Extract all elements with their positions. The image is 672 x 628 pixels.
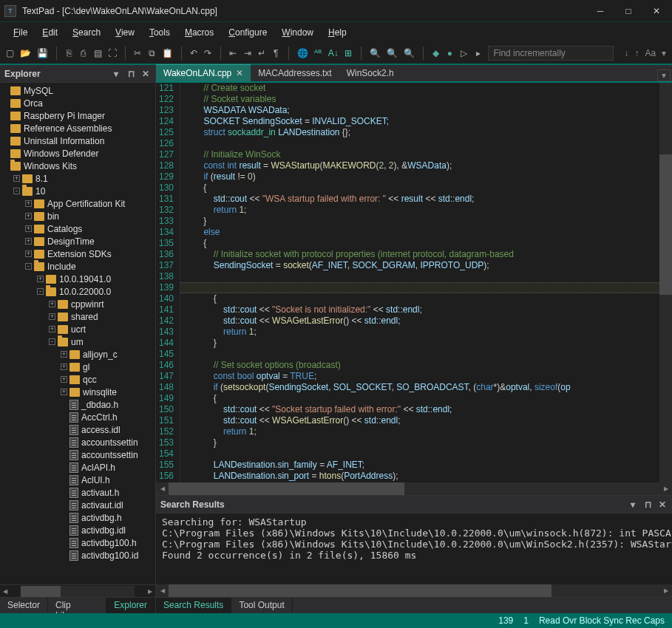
menu-help[interactable]: Help (322, 24, 353, 41)
folder-item[interactable]: +winsqlite (0, 386, 155, 398)
folder-item[interactable]: -10 (0, 185, 155, 197)
stop-icon[interactable]: ▸ (474, 47, 482, 59)
scroll-thumb[interactable] (659, 154, 672, 294)
file-item[interactable]: access.idl (0, 423, 155, 436)
explorer-tree[interactable]: MySQLOrcaRaspberry Pi ImagerReference As… (0, 83, 155, 584)
find-next-icon[interactable]: 🔍 (387, 47, 398, 59)
new-file-icon[interactable]: ▢ (6, 47, 14, 59)
play-icon[interactable]: ▷ (460, 47, 468, 59)
paragraph-icon[interactable]: ¶ (272, 47, 280, 59)
folder-item[interactable]: Raspberry Pi Imager (0, 109, 155, 122)
folder-item[interactable]: Windows Kits (0, 160, 155, 172)
folder-item[interactable]: +bin (0, 210, 155, 222)
scroll-left-icon[interactable]: ◀ (0, 588, 10, 595)
open-icon[interactable]: 📂 (20, 47, 31, 59)
record-icon[interactable]: ● (446, 47, 454, 59)
print-preview-icon[interactable]: ▤ (93, 47, 101, 59)
folder-item[interactable]: +DesignTime (0, 235, 155, 248)
panel-dropdown-icon[interactable]: ▾ (628, 499, 638, 510)
menu-search[interactable]: Search (67, 24, 106, 41)
editor-tab[interactable]: MACAddresses.txt (251, 65, 339, 81)
folder-item[interactable]: Orca (0, 97, 155, 109)
panel-dropdown-icon[interactable]: ▾ (111, 69, 121, 79)
folder-item[interactable]: MySQL (0, 84, 155, 97)
code-body[interactable]: // Create socket // Socket variables WSA… (180, 83, 659, 482)
maximize-button[interactable]: □ (623, 6, 634, 16)
menu-file[interactable]: File (7, 24, 33, 41)
editor-tab[interactable]: WakeOnLAN.cpp✕ (156, 64, 251, 81)
file-item[interactable]: AclUI.h (0, 474, 155, 486)
copy-icon[interactable]: ⧉ (148, 47, 156, 59)
search-h-scrollbar[interactable]: ◀ ▶ (156, 584, 672, 597)
match-case-button[interactable]: Aa (645, 48, 656, 58)
folder-item[interactable]: +App Certification Kit (0, 197, 155, 210)
folder-item[interactable]: +alljoyn_c (0, 348, 155, 361)
menu-edit[interactable]: Edit (36, 24, 64, 41)
editor-v-scrollbar[interactable] (659, 83, 672, 482)
find-prev-icon[interactable]: ↓ (624, 48, 628, 58)
file-item[interactable]: activdbg100.id (0, 549, 155, 562)
scroll-thumb[interactable] (169, 482, 404, 495)
scroll-left-icon[interactable]: ◀ (156, 584, 169, 597)
file-item[interactable]: AccCtrl.h (0, 411, 155, 423)
menu-macros[interactable]: Macros (179, 24, 220, 41)
explorer-tab-selector[interactable]: Selector (0, 598, 48, 613)
folder-item[interactable]: +Catalogs (0, 222, 155, 235)
file-item[interactable]: activaut.idl (0, 499, 155, 511)
folder-item[interactable]: -um (0, 335, 155, 348)
folder-item[interactable]: Uninstall Information (0, 134, 155, 147)
explorer-tab-clip-library[interactable]: Clip Library (48, 598, 106, 613)
folder-item[interactable]: -10.0.22000.0 (0, 285, 155, 298)
indent-right-icon[interactable]: ⇥ (243, 47, 251, 59)
incremental-find-input[interactable]: Find incrementally (488, 46, 614, 61)
save-icon[interactable]: 💾 (37, 47, 48, 59)
explorer-h-scrollbar[interactable]: ◀ ▶ (0, 584, 155, 597)
file-item[interactable]: _dbdao.h (0, 398, 155, 411)
wordwrap-icon[interactable]: ↵ (257, 47, 265, 59)
search-results-body[interactable]: Searching for: WSAStartup C:\Program Fil… (156, 513, 672, 584)
file-item[interactable]: activdbg100.h (0, 536, 155, 549)
folder-item[interactable]: +10.0.19041.0 (0, 273, 155, 285)
tab-close-icon[interactable]: ✕ (236, 68, 243, 78)
explorer-tab-explorer[interactable]: Explorer (106, 598, 155, 613)
file-item[interactable]: activdbg.h (0, 511, 155, 524)
menu-configure[interactable]: Configure (223, 24, 273, 41)
scroll-thumb[interactable] (21, 586, 61, 597)
panel-pin-icon[interactable]: ⊓ (126, 69, 136, 79)
redo-icon[interactable]: ↷ (204, 47, 212, 59)
file-item[interactable]: accountssettin (0, 436, 155, 448)
print-icon[interactable]: ⎙ (79, 47, 87, 59)
folder-item[interactable]: Reference Assemblies (0, 122, 155, 134)
paste-icon[interactable]: 📋 (162, 47, 173, 59)
scroll-right-icon[interactable]: ▶ (659, 584, 672, 597)
folder-item[interactable]: +8.1 (0, 172, 155, 185)
file-item[interactable]: activaut.h (0, 486, 155, 499)
close-button[interactable]: ✕ (651, 6, 662, 16)
folder-item[interactable]: +qcc (0, 373, 155, 386)
code-editor[interactable]: 1211221231241251261271281291301311321331… (156, 83, 672, 482)
folder-item[interactable]: -Include (0, 260, 155, 273)
scroll-right-icon[interactable]: ▶ (659, 482, 672, 495)
bookmark-icon[interactable]: ◆ (431, 47, 439, 59)
folder-item[interactable]: +shared (0, 310, 155, 323)
scroll-thumb[interactable] (169, 584, 551, 597)
indent-left-icon[interactable]: ⇤ (229, 47, 237, 59)
folder-item[interactable]: +Extension SDKs (0, 248, 155, 260)
find-icon[interactable]: 🔍 (370, 47, 381, 59)
spellcheck-icon[interactable]: ᴬᴮ (314, 47, 322, 59)
folder-item[interactable]: +ucrt (0, 323, 155, 335)
search-tab[interactable]: Search Results (156, 598, 231, 613)
find-files-icon[interactable]: 🔍 (404, 47, 415, 59)
fullscreen-icon[interactable]: ⛶ (108, 47, 117, 59)
folder-item[interactable]: Windows Defender (0, 147, 155, 160)
menu-view[interactable]: View (109, 24, 140, 41)
scroll-right-icon[interactable]: ▶ (145, 588, 155, 595)
browser-icon[interactable]: 🌐 (297, 47, 308, 59)
find-next-icon2[interactable]: ↑ (634, 48, 639, 58)
panel-pin-icon[interactable]: ⊓ (642, 499, 653, 510)
minimize-button[interactable]: ─ (595, 6, 605, 16)
compare-icon[interactable]: ⊞ (345, 47, 353, 59)
search-tab[interactable]: Tool Output (231, 598, 292, 613)
find-dropdown-icon[interactable]: ▾ (662, 48, 666, 58)
folder-item[interactable]: +gl (0, 361, 155, 373)
